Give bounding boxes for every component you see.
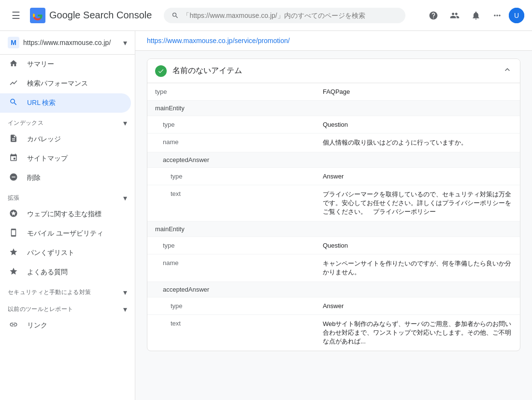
- notification-button[interactable]: [466, 6, 486, 25]
- sidebar-item-summary[interactable]: サマリー: [0, 55, 131, 74]
- app-logo: Google Search Console: [30, 8, 152, 23]
- field-value-6: プライバシーマークを取得しているので、セキュリティ対策は万全です。安心してお任せ…: [315, 185, 520, 222]
- index-section-chevron[interactable]: ▾: [123, 119, 127, 128]
- sidebar-label-breadcrumbs: パンくずリスト: [27, 249, 74, 257]
- card-header: 名前のないアイテム: [147, 59, 520, 83]
- sidebar-label-mobile-usability: モバイル ユーザビリティ: [27, 229, 103, 238]
- sidebar-item-mobile-usability[interactable]: モバイル ユーザビリティ: [0, 224, 131, 243]
- legacy-section-label: 以前のツールとレポート: [8, 305, 73, 313]
- url-inspection-icon: [8, 98, 19, 109]
- sidebar-label-sitemaps: サイトマップ: [27, 154, 68, 163]
- field-name-11: type: [147, 297, 315, 315]
- sidebar-label-search-performance: 検索パフォーマンス: [27, 79, 88, 88]
- sidebar-label-links: リンク: [27, 321, 47, 330]
- home-icon: [8, 59, 19, 70]
- index-section-label: インデックス: [8, 119, 43, 127]
- removals-icon: [8, 173, 19, 184]
- enhancements-section-header: 拡張 ▾: [0, 188, 135, 205]
- legacy-section-chevron[interactable]: ▾: [123, 305, 127, 314]
- sidebar-item-sitemaps[interactable]: サイトマップ: [0, 149, 131, 168]
- sidebar-label-faq: よくある質問: [27, 268, 68, 277]
- breadcrumbs-icon: [8, 248, 19, 259]
- sidebar: M https://www.maxmouse.co.jp/ ▾ サマリー 検索パ…: [0, 31, 135, 400]
- field-value-5: Answer: [315, 168, 520, 185]
- sidebar-item-removals[interactable]: 削除: [0, 168, 131, 188]
- status-icon: [155, 65, 167, 77]
- security-section-label: セキュリティと手動による対策: [8, 288, 91, 296]
- sidebar-item-faq[interactable]: よくある質問: [0, 263, 131, 282]
- sidebar-label-removals: 削除: [27, 174, 41, 182]
- field-name-0: type: [147, 83, 315, 101]
- data-table: typeFAQPagemainEntitytypeQuestionname個人情…: [147, 83, 520, 351]
- core-web-vitals-icon: [8, 209, 19, 220]
- field-name-8: type: [147, 237, 315, 254]
- sidebar-item-breadcrumbs[interactable]: パンくずリスト: [0, 243, 131, 263]
- property-chevron-icon: ▾: [123, 38, 127, 47]
- main-content: https://www.maxmouse.co.jp/service/promo…: [135, 31, 532, 400]
- logo-icon: [30, 8, 45, 23]
- svg-text:U: U: [514, 12, 519, 19]
- section-row-1: mainEntity: [147, 101, 520, 116]
- links-icon: [8, 320, 19, 331]
- collapse-button[interactable]: [503, 65, 512, 77]
- field-value-0: FAQPage: [315, 83, 520, 101]
- coverage-icon: [8, 134, 19, 145]
- app-header: ☰ Google Search Console: [0, 0, 532, 31]
- property-selector[interactable]: M https://www.maxmouse.co.jp/ ▾: [0, 31, 135, 55]
- sidebar-label-summary: サマリー: [27, 60, 54, 69]
- security-section-header: セキュリティと手動による対策 ▾: [0, 282, 135, 299]
- sidebar-label-coverage: カバレッジ: [27, 135, 61, 144]
- app-body: M https://www.maxmouse.co.jp/ ▾ サマリー 検索パ…: [0, 31, 532, 400]
- field-name-3: name: [147, 133, 315, 152]
- section-row-4: acceptedAnswer: [147, 152, 520, 168]
- field-value-12: Webサイト制作のみならず、サーバのご用意、参加者からのお問い合わせ対応まで、ワ…: [315, 315, 520, 351]
- field-value-11: Answer: [315, 297, 520, 315]
- structured-data-card: 名前のないアイテム typeFAQPagemainEntitytypeQuest…: [147, 59, 520, 351]
- search-box[interactable]: [164, 8, 405, 23]
- sidebar-item-url-inspection[interactable]: URL 検索: [0, 93, 131, 113]
- card-title: 名前のないアイテム: [173, 66, 497, 76]
- sidebar-item-links[interactable]: リンク: [0, 316, 131, 335]
- app-title: Google Search Console: [49, 10, 152, 21]
- header-actions: U: [424, 6, 524, 25]
- menu-icon[interactable]: ☰: [8, 6, 24, 25]
- enhancements-section-chevron[interactable]: ▾: [123, 193, 127, 203]
- section-row-7: mainEntity: [147, 222, 520, 237]
- help-button[interactable]: [424, 6, 443, 25]
- security-section-chevron[interactable]: ▾: [123, 288, 127, 297]
- sidebar-label-url-inspection: URL 検索: [27, 99, 56, 107]
- property-icon: M: [8, 37, 19, 48]
- search-box-container: [164, 8, 405, 23]
- sidebar-item-search-performance[interactable]: 検索パフォーマンス: [0, 74, 131, 93]
- field-value-3: 個人情報の取り扱いはどのように行っていますか。: [315, 133, 520, 152]
- legacy-section-header: 以前のツールとレポート ▾: [0, 299, 135, 316]
- field-name-9: name: [147, 254, 315, 282]
- sitemaps-icon: [8, 153, 19, 164]
- apps-button[interactable]: [488, 6, 507, 25]
- current-url: https://www.maxmouse.co.jp/service/promo…: [147, 37, 290, 44]
- field-name-2: type: [147, 116, 315, 133]
- sidebar-label-core-web-vitals: ウェブに関する主な指標: [27, 210, 101, 219]
- url-bar: https://www.maxmouse.co.jp/service/promo…: [135, 31, 532, 51]
- people-button[interactable]: [445, 6, 464, 25]
- search-icon: [172, 12, 179, 19]
- sidebar-item-coverage[interactable]: カバレッジ: [0, 130, 131, 149]
- faq-icon: [8, 267, 19, 278]
- search-input[interactable]: [183, 12, 398, 19]
- index-section-header: インデックス ▾: [0, 113, 135, 130]
- field-value-9: キャンペーンサイトを作りたいのですが、何を準備したら良いか分かりません。: [315, 254, 520, 282]
- sidebar-item-core-web-vitals[interactable]: ウェブに関する主な指標: [0, 205, 131, 224]
- enhancements-section-label: 拡張: [8, 194, 20, 202]
- field-value-8: Question: [315, 237, 520, 254]
- field-name-5: type: [147, 168, 315, 185]
- property-url: https://www.maxmouse.co.jp/: [23, 39, 119, 46]
- mobile-icon: [8, 228, 19, 239]
- content-area: 名前のないアイテム typeFAQPagemainEntitytypeQuest…: [135, 51, 532, 359]
- avatar[interactable]: U: [509, 8, 524, 23]
- field-value-2: Question: [315, 116, 520, 133]
- search-performance-icon: [8, 78, 19, 89]
- field-name-12: text: [147, 315, 315, 351]
- section-row-10: acceptedAnswer: [147, 282, 520, 297]
- field-name-6: text: [147, 185, 315, 222]
